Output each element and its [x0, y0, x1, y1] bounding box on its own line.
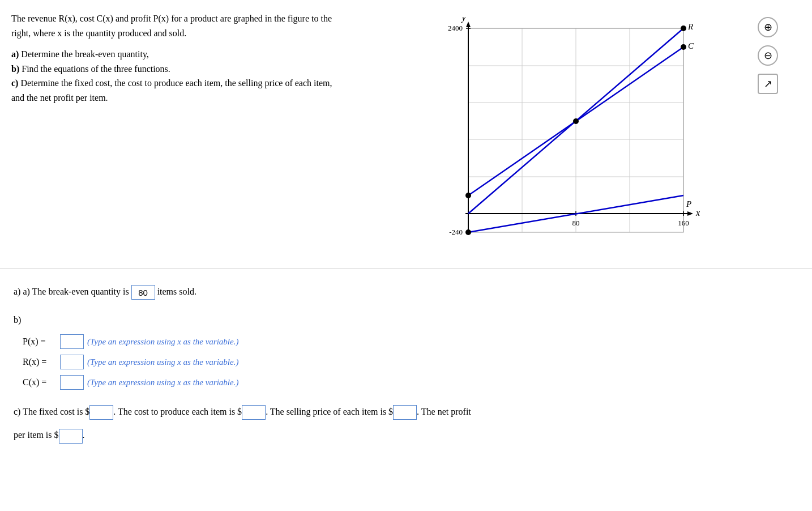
part-c-line2: per item is $.: [14, 425, 798, 445]
px-hint: (Type an expression using x as the varia…: [87, 333, 238, 350]
part-c-line1: c) The fixed cost is $. The cost to prod…: [14, 402, 798, 421]
cost-suffix: .: [266, 407, 268, 416]
cost-per-item-input[interactable]: [242, 405, 266, 420]
cx-row: C(x) = (Type an expression using x as th…: [23, 373, 798, 391]
selling-suffix: .: [417, 407, 419, 416]
svg-point-28: [681, 25, 686, 31]
selling-price-input[interactable]: [393, 405, 417, 420]
svg-point-30: [465, 193, 471, 198]
svg-marker-15: [687, 211, 693, 216]
parts-paragraph: a) Determine the break-even quantity, b)…: [11, 47, 340, 105]
main-container: The revenue R(x), cost C(x) and profit P…: [0, 0, 812, 469]
part-b-header: b): [14, 311, 798, 329]
cx-hint: (Type an expression using x as the varia…: [87, 374, 238, 391]
svg-marker-13: [466, 22, 471, 27]
rx-row: R(x) = (Type an expression using x as th…: [23, 353, 798, 371]
answer-row-a: a) a) The break-even quantity is items s…: [14, 283, 798, 301]
part-c-label: c): [11, 78, 18, 88]
part-c-bold-label: c): [14, 407, 20, 416]
part-a-suffix: items sold.: [157, 287, 196, 296]
svg-text:80: 80: [572, 219, 580, 227]
px-label: P(x) =: [23, 333, 57, 351]
rx-label: R(x) =: [23, 353, 57, 371]
svg-text:y: y: [460, 17, 466, 23]
answers-section: a) a) The break-even quantity is items s…: [0, 269, 812, 469]
toolbar-icons: ⊕ ⊖ ↗: [758, 17, 778, 94]
svg-text:-240: -240: [449, 228, 463, 236]
svg-text:x: x: [695, 208, 700, 218]
svg-text:160: 160: [678, 219, 689, 227]
problem-text: The revenue R(x), cost C(x) and profit P…: [11, 11, 340, 257]
part-a-prefix: a) The break-even quantity is: [23, 287, 129, 296]
break-even-input[interactable]: [131, 285, 155, 300]
graph-svg-wrapper: y x 2400 80 160 -240: [434, 17, 706, 257]
fixed-cost-input[interactable]: [89, 405, 113, 420]
rx-hint: (Type an expression using x as the varia…: [87, 354, 238, 371]
external-link-button[interactable]: ↗: [758, 74, 778, 94]
cx-input[interactable]: [60, 375, 84, 390]
px-input[interactable]: [60, 334, 84, 349]
px-row: P(x) = (Type an expression using x as th…: [23, 333, 798, 351]
graph-area: y x 2400 80 160 -240: [340, 11, 801, 257]
answer-row-b: b) P(x) = (Type an expression using x as…: [14, 311, 798, 391]
top-section: The revenue R(x), cost C(x) and profit P…: [0, 0, 812, 269]
svg-point-32: [573, 118, 579, 124]
svg-point-31: [465, 229, 471, 235]
part-c-text: Determine the fixed cost, the cost to pr…: [11, 78, 332, 103]
graph-svg: y x 2400 80 160 -240: [434, 17, 706, 255]
part-a-label: a): [11, 49, 19, 59]
net-profit-input[interactable]: [59, 429, 83, 444]
svg-text:2400: 2400: [448, 24, 463, 32]
per-item-prefix: per item is $: [14, 430, 59, 440]
part-a-answer: a) a) The break-even quantity is items s…: [14, 283, 798, 301]
svg-text:C: C: [688, 41, 694, 50]
svg-point-29: [681, 44, 686, 50]
svg-text:P: P: [686, 199, 691, 208]
part-a-text: Determine the break-even quantity,: [21, 49, 149, 59]
part-a-answer-label: a): [14, 287, 20, 296]
cx-label: C(x) =: [23, 373, 57, 391]
fixed-cost-suffix: .: [113, 407, 116, 416]
rx-input[interactable]: [60, 355, 84, 369]
part-b-bold-label: b): [14, 315, 21, 325]
net-profit-prefix: The net profit: [421, 407, 471, 416]
part-b-text: Find the equations of the three function…: [22, 64, 170, 74]
part-b-label: b): [11, 64, 19, 74]
selling-prefix: The selling price of each item is $: [270, 407, 393, 416]
zoom-out-button[interactable]: ⊖: [758, 45, 778, 66]
per-item-suffix: .: [83, 430, 85, 440]
svg-text:R: R: [687, 22, 693, 31]
cost-prefix: The cost to produce each item is $: [118, 407, 242, 416]
fixed-cost-prefix: The fixed cost is $: [23, 407, 89, 416]
intro-paragraph: The revenue R(x), cost C(x) and profit P…: [11, 11, 340, 40]
answer-row-c: c) The fixed cost is $. The cost to prod…: [14, 402, 798, 445]
zoom-in-button[interactable]: ⊕: [758, 17, 778, 37]
